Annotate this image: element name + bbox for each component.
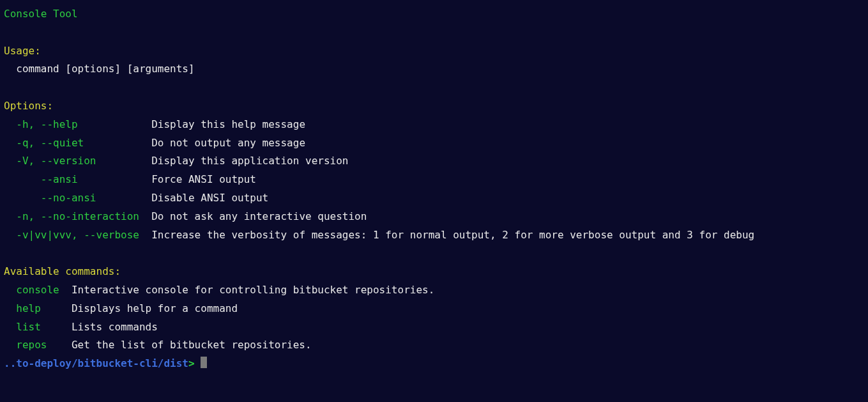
command-row: listLists commands bbox=[4, 318, 864, 337]
command-row: reposGet the list of bitbucket repositor… bbox=[4, 336, 864, 355]
option-desc: Disable ANSI output bbox=[151, 192, 268, 204]
command-name: repos bbox=[16, 336, 72, 355]
prompt-path: ..to-deploy/bitbucket-cli/dist bbox=[4, 357, 188, 369]
app-title: Console Tool bbox=[4, 8, 78, 20]
option-desc: Do not ask any interactive question bbox=[151, 210, 367, 222]
option-flag: -h, --help bbox=[16, 116, 151, 134]
usage-line: command [options] [arguments] bbox=[16, 63, 194, 75]
blank-line bbox=[4, 244, 864, 263]
prompt-line[interactable]: ..to-deploy/bitbucket-cli/dist> bbox=[4, 355, 864, 373]
option-flag: --no-ansi bbox=[16, 189, 151, 208]
option-row: -q, --quietDo not output any message bbox=[4, 134, 864, 153]
option-flag: -q, --quiet bbox=[16, 134, 151, 153]
blank-line bbox=[4, 79, 864, 97]
prompt-separator: > bbox=[188, 357, 195, 369]
cursor-icon bbox=[201, 357, 207, 368]
command-row: helpDisplays help for a command bbox=[4, 300, 864, 318]
command-desc: Displays help for a command bbox=[72, 302, 238, 314]
option-row: -h, --helpDisplay this help message bbox=[4, 116, 864, 134]
command-desc: Interactive console for controlling bitb… bbox=[72, 284, 434, 296]
options-header: Options: bbox=[4, 100, 53, 112]
blank-line bbox=[4, 24, 864, 42]
commands-header: Available commands: bbox=[4, 265, 121, 277]
usage-header: Usage: bbox=[4, 45, 41, 57]
terminal-output[interactable]: Console Tool Usage: command [options] [a… bbox=[4, 5, 864, 373]
command-name: console bbox=[16, 281, 72, 300]
option-desc: Do not output any message bbox=[151, 137, 305, 149]
option-desc: Display this application version bbox=[151, 155, 348, 167]
option-flag: -V, --version bbox=[16, 152, 151, 171]
command-row: consoleInteractive console for controlli… bbox=[4, 281, 864, 300]
option-row: -v|vv|vvv, --verboseIncrease the verbosi… bbox=[4, 226, 864, 245]
option-flag: -n, --no-interaction bbox=[16, 208, 151, 226]
command-name: help bbox=[16, 300, 72, 318]
command-name: list bbox=[16, 318, 72, 337]
command-desc: Lists commands bbox=[72, 321, 158, 333]
option-desc: Display this help message bbox=[151, 118, 305, 130]
option-row: --no-ansiDisable ANSI output bbox=[4, 189, 864, 208]
option-row: -n, --no-interactionDo not ask any inter… bbox=[4, 208, 864, 226]
option-desc: Increase the verbosity of messages: 1 fo… bbox=[151, 229, 754, 241]
option-flag: -v|vv|vvv, --verbose bbox=[16, 226, 151, 245]
option-desc: Force ANSI output bbox=[151, 173, 256, 185]
command-desc: Get the list of bitbucket repositories. bbox=[72, 339, 312, 351]
option-row: --ansiForce ANSI output bbox=[4, 171, 864, 189]
option-flag: --ansi bbox=[16, 171, 151, 189]
option-row: -V, --versionDisplay this application ve… bbox=[4, 152, 864, 171]
